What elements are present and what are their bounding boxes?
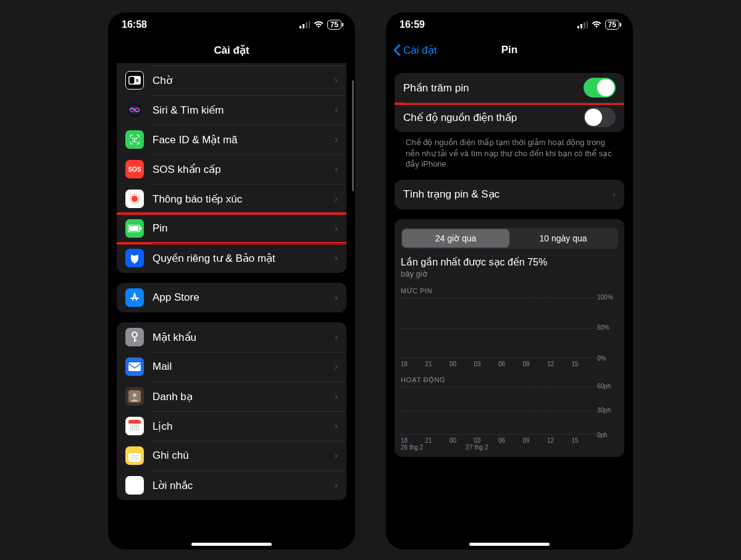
svg-rect-40 xyxy=(128,362,141,371)
svg-point-56 xyxy=(130,428,131,428)
standby-icon: 9 xyxy=(125,71,144,90)
page-title: Pin xyxy=(501,44,517,56)
settings-list[interactable]: Hình nền›9Chờ›Siri & Tìm kiếm›Face ID & … xyxy=(108,63,355,550)
svg-point-54 xyxy=(136,427,136,427)
home-indicator[interactable] xyxy=(469,543,550,546)
status-bar: 16:58 75 xyxy=(108,12,355,37)
toggle-group: Phần trăm pinChế độ nguồn điện thấp xyxy=(395,73,624,132)
svg-point-42 xyxy=(133,393,136,397)
row-label: Quyền riêng tư & Bảo mật xyxy=(153,252,335,265)
home-indicator[interactable] xyxy=(191,543,272,546)
settings-row-notes[interactable]: Ghi chú› xyxy=(117,441,346,470)
settings-row-appstore[interactable]: App Store› xyxy=(117,283,346,312)
settings-row-calendar[interactable]: Lịch› xyxy=(117,411,346,441)
settings-row-standby[interactable]: 9Chờ› xyxy=(117,65,346,95)
svg-rect-45 xyxy=(128,422,141,424)
chevron-right-icon: › xyxy=(335,361,338,372)
chevron-right-icon: › xyxy=(335,193,338,204)
row-label: Ghi chú xyxy=(153,449,335,462)
sos-icon: SOS xyxy=(125,160,144,178)
svg-point-64 xyxy=(136,430,136,430)
status-bar: 16:59 75 xyxy=(386,12,633,37)
settings-row-siri[interactable]: Siri & Tìm kiếm› xyxy=(117,95,346,125)
svg-point-49 xyxy=(136,425,136,425)
svg-point-37 xyxy=(132,332,137,337)
segment-24h[interactable]: 24 giờ qua xyxy=(402,229,509,248)
page-title: Cài đặt xyxy=(214,44,249,57)
svg-point-62 xyxy=(132,430,133,430)
settings-row-mail[interactable]: Mail› xyxy=(117,352,346,382)
row-label: Mật khẩu xyxy=(153,331,335,344)
mail-icon xyxy=(125,357,144,376)
settings-row-privacy[interactable]: Quyền riêng tư & Bảo mật› xyxy=(117,243,346,273)
row-label: SOS khẩn cấp xyxy=(153,163,335,176)
chevron-right-icon: › xyxy=(335,253,338,264)
battery-icon: 75 xyxy=(327,20,341,30)
toggle-switch[interactable] xyxy=(584,107,616,127)
svg-point-63 xyxy=(134,430,135,430)
cellular-icon xyxy=(299,21,310,28)
svg-point-61 xyxy=(130,430,131,430)
settings-row-battery[interactable]: Pin› xyxy=(117,214,346,243)
back-label: Cài đặt xyxy=(403,44,437,57)
svg-point-51 xyxy=(130,427,131,427)
svg-rect-38 xyxy=(134,336,135,342)
appstore-icon xyxy=(125,288,144,307)
settings-row-reminders[interactable]: Lời nhắc› xyxy=(117,470,346,500)
chevron-right-icon: › xyxy=(335,292,338,303)
battery-health-row[interactable]: Tình trạng pin & Sạc › xyxy=(395,180,624,209)
svg-point-48 xyxy=(134,425,135,425)
chevron-right-icon: › xyxy=(335,223,338,234)
segment-10d[interactable]: 10 ngày qua xyxy=(509,229,617,248)
chevron-right-icon: › xyxy=(335,164,338,175)
toggle-row: Phần trăm pin xyxy=(395,73,624,102)
status-time: 16:58 xyxy=(122,19,147,30)
chevron-right-icon: › xyxy=(335,480,338,491)
svg-point-52 xyxy=(132,427,133,427)
last-charged-heading: Lần gần nhất được sạc đến 75% xyxy=(401,256,618,268)
svg-point-18 xyxy=(133,138,133,139)
settings-row-contacts[interactable]: Danh bạ› xyxy=(117,382,346,411)
row-label: Face ID & Mật mã xyxy=(153,133,335,146)
faceid-icon xyxy=(125,130,144,149)
chevron-right-icon: › xyxy=(335,450,338,461)
svg-rect-2 xyxy=(306,22,308,28)
segmented-control[interactable]: 24 giờ qua 10 ngày qua xyxy=(401,228,618,249)
scrollbar[interactable] xyxy=(352,80,354,191)
activity-chart: 60ph30ph0ph xyxy=(401,387,618,435)
nav-bar: Cài đặt xyxy=(108,37,355,63)
svg-rect-74 xyxy=(587,21,588,28)
row-label: Lời nhắc xyxy=(153,479,335,492)
svg-rect-36 xyxy=(140,227,141,230)
svg-rect-71 xyxy=(577,26,579,28)
settings-row-sos[interactable]: SOSSOS khẩn cấp› xyxy=(117,154,346,184)
svg-rect-0 xyxy=(299,26,301,28)
svg-point-58 xyxy=(134,428,135,428)
x-axis-dates: 26 thg 227 thg 2 xyxy=(401,444,596,451)
svg-rect-15 xyxy=(130,77,135,84)
contacts-icon xyxy=(125,387,144,406)
battery-scroll[interactable]: Phần trăm pinChế độ nguồn điện thấp Chế … xyxy=(386,63,633,550)
battery-icon xyxy=(125,219,144,238)
settings-row-exposure[interactable]: Thông báo tiếp xúc› xyxy=(117,184,346,214)
notes-icon xyxy=(125,446,144,465)
svg-point-19 xyxy=(136,138,137,139)
settings-group: Mật khẩu›Mail›Danh bạ›Lịch›Ghi chú›Lời n… xyxy=(117,322,346,500)
exposure-icon xyxy=(125,190,144,208)
svg-point-60 xyxy=(138,428,138,428)
chevron-right-icon: › xyxy=(613,189,616,200)
back-button[interactable]: Cài đặt xyxy=(393,44,437,57)
row-label: Danh bạ xyxy=(153,390,335,403)
chevron-right-icon: › xyxy=(335,104,338,115)
toggle-switch[interactable] xyxy=(584,78,616,98)
phone-right: 16:59 75 Cài đặt Pin Phần trăm pinChế độ… xyxy=(386,12,633,550)
svg-point-50 xyxy=(138,425,138,425)
usage-group: 24 giờ qua 10 ngày qua Lần gần nhất được… xyxy=(395,219,624,457)
x-axis: 1821000306091215 xyxy=(401,437,596,444)
row-label: Mail xyxy=(153,361,335,373)
svg-point-53 xyxy=(134,427,135,427)
settings-row-faceid[interactable]: Face ID & Mật mã› xyxy=(117,125,346,154)
svg-point-46 xyxy=(130,425,131,425)
svg-text:9: 9 xyxy=(136,78,139,83)
settings-row-passwords[interactable]: Mật khẩu› xyxy=(117,322,346,352)
